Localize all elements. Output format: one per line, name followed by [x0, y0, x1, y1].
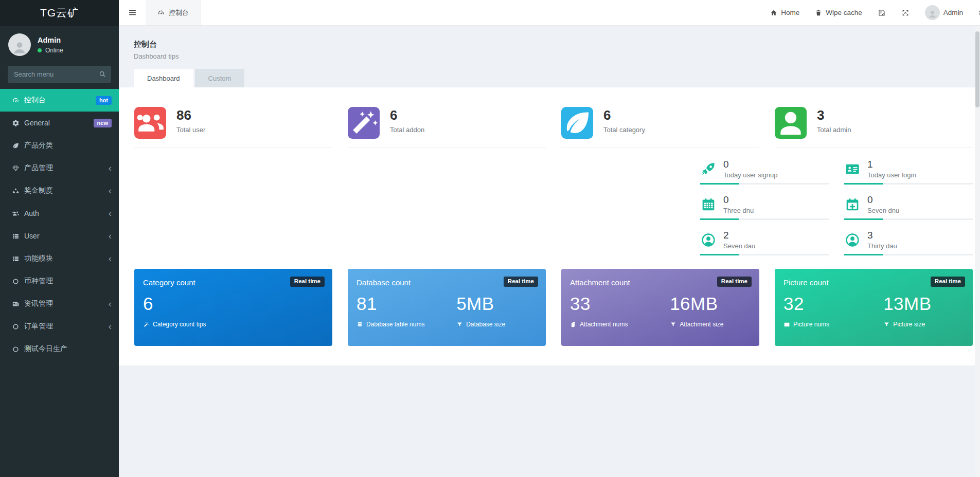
card-metric: 81 Database table nums [357, 293, 456, 328]
sidebar-item-测试今日生产[interactable]: 测试今日生产 [0, 338, 119, 360]
chart-placeholder [134, 160, 700, 255]
stat-label: Total admin [817, 126, 851, 134]
card-title: Attachment count [570, 277, 630, 287]
sidebar-item-label: 订单管理 [24, 322, 104, 331]
sidebar-item-label: 产品管理 [24, 163, 104, 173]
trash-icon [815, 9, 822, 16]
main-area: 控制台 Home Wipe cache [119, 0, 980, 477]
gauge-icon [157, 9, 165, 16]
summary-card: Picture count Real time 32 Picture nums … [775, 269, 973, 346]
sidebar-item-产品分类[interactable]: 产品分类 [0, 134, 119, 157]
mini-stat-label: Thirty dau [867, 242, 897, 250]
sidebar-item-产品管理[interactable]: 产品管理 ‹ [0, 157, 119, 179]
sidebar-item-label: Auth [24, 209, 104, 217]
newspaper-icon [10, 300, 22, 308]
chevron-left-icon: ‹ [109, 187, 112, 194]
sidebar-item-label: 产品分类 [24, 141, 112, 150]
search-input[interactable] [8, 66, 111, 83]
mini-stat: 0 Seven dnu [844, 196, 973, 220]
search-icon[interactable] [98, 70, 106, 78]
card-title: Category count [143, 277, 195, 287]
card-metric-label: Attachment size [680, 321, 723, 328]
circle-icon [10, 278, 22, 285]
magic-icon [348, 107, 380, 139]
sidebar-item-Auth[interactable]: Auth ‹ [0, 202, 119, 225]
page: 控制台 Dashboard tips Dashboard Custom 86 T… [119, 26, 980, 477]
scrollbar-thumb[interactable] [975, 31, 979, 107]
sidebar-toggle-button[interactable] [119, 0, 146, 25]
card-value: 13MB [883, 293, 965, 314]
summary-card: Category count Real time 6 Category coun… [134, 269, 332, 346]
sidebar-item-币种管理[interactable]: 币种管理 [0, 270, 119, 292]
mini-stat: 0 Three dnu [700, 196, 829, 220]
sidebar-item-label: 功能模块 [24, 254, 104, 263]
card-metric: 5MB Database size [456, 293, 538, 328]
summary-card: Attachment count Real time 33 Attachment… [561, 269, 759, 346]
card-metric-label: Category count tips [153, 321, 206, 328]
card-value: 33 [570, 293, 670, 314]
chevron-left-icon: ‹ [109, 164, 112, 172]
mini-stat-value: 3 [867, 230, 897, 241]
admin-menu[interactable]: Admin [917, 0, 971, 25]
database-icon [357, 321, 363, 328]
card-value: 6 [143, 293, 325, 314]
mini-stats-grid: 0 Today user signup 1 Today user login 0… [700, 160, 973, 255]
mini-stat-value: 0 [723, 159, 778, 170]
gem-icon [10, 164, 22, 172]
total-stat: 86 Total user [134, 107, 332, 148]
wipe-cache-link[interactable]: Wipe cache [807, 0, 870, 25]
sidebar-item-资讯管理[interactable]: 资讯管理 ‹ [0, 292, 119, 315]
sidebar-item-label: 奖金制度 [24, 186, 104, 195]
mini-stat-value: 0 [723, 195, 754, 206]
topbar-tab-dashboard[interactable]: 控制台 [146, 0, 201, 25]
fullscreen-button[interactable] [894, 0, 917, 25]
stat-value: 6 [603, 108, 645, 122]
admin-label: Admin [943, 9, 963, 16]
app-window: TG云矿 Admin Online 控制台 hot General new [0, 0, 980, 477]
expand-icon [901, 9, 910, 17]
filter-icon [670, 321, 676, 328]
user-panel: Admin Online [0, 26, 119, 63]
sidebar-item-控制台[interactable]: 控制台 hot [0, 89, 119, 112]
avatar [8, 33, 31, 56]
circle-icon [10, 323, 22, 331]
card-metric: 6 Category count tips [143, 293, 325, 328]
card-metric: 16MB Attachment size [670, 293, 752, 328]
user-name: Admin [38, 36, 63, 44]
home-link[interactable]: Home [762, 0, 807, 25]
mini-stat-label: Today user signup [723, 171, 778, 179]
rocket-icon [700, 161, 717, 177]
mini-stat-progress [844, 183, 973, 185]
tab-dashboard[interactable]: Dashboard [134, 69, 193, 87]
dashboard-panel: 86 Total user 6 Total addon 6 Total cate… [119, 87, 975, 365]
id-card-icon [844, 161, 861, 177]
mini-stat-progress [700, 183, 829, 185]
user-circle-icon [700, 232, 717, 248]
sidebar-item-User[interactable]: User ‹ [0, 225, 119, 247]
settings-button[interactable] [971, 0, 980, 25]
card-metric-label: Database size [466, 321, 505, 328]
sidebar-item-奖金制度[interactable]: 奖金制度 ‹ [0, 179, 119, 202]
home-icon [770, 9, 777, 16]
sidebar-item-General[interactable]: General new [0, 112, 119, 134]
topbar-right: Home Wipe cache Admin [762, 0, 980, 25]
realtime-badge: Real time [931, 277, 965, 287]
card-metric: 32 Picture nums [783, 293, 883, 328]
sidebar: TG云矿 Admin Online 控制台 hot General new [0, 0, 119, 477]
second-row: 0 Today user signup 1 Today user login 0… [134, 160, 973, 255]
sidebar-item-label: User [24, 232, 104, 240]
sidebar-item-label: General [24, 119, 94, 127]
card-metric-label: Picture size [893, 321, 925, 328]
sidebar-item-功能模块[interactable]: 功能模块 ‹ [0, 247, 119, 270]
tab-custom[interactable]: Custom [195, 69, 245, 87]
page-title: 控制台 [134, 39, 975, 49]
tab-label: Dashboard [147, 75, 180, 82]
calendar-icon [700, 196, 717, 213]
cogs-icon [10, 119, 22, 127]
card-title: Picture count [783, 277, 829, 287]
home-label: Home [781, 9, 799, 16]
page-subtitle: Dashboard tips [134, 52, 975, 61]
language-button[interactable] [870, 0, 894, 25]
mini-stat: 0 Today user signup [700, 160, 829, 185]
sidebar-item-订单管理[interactable]: 订单管理 ‹ [0, 315, 119, 338]
